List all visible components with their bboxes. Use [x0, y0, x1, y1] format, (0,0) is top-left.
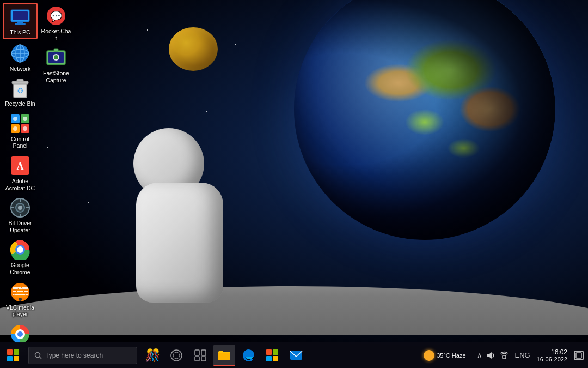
- svg-point-49: [35, 352, 40, 357]
- desktop-icon-bit-driver[interactable]: Bit Driver Updater: [3, 195, 38, 236]
- svg-rect-66: [576, 353, 581, 358]
- svg-point-52: [173, 352, 180, 359]
- start-button[interactable]: [0, 342, 26, 369]
- search-icon: [34, 352, 42, 359]
- svg-rect-65: [503, 355, 506, 359]
- task-view-icon: [194, 349, 206, 361]
- svg-rect-55: [195, 357, 199, 361]
- speaker-icon[interactable]: [487, 351, 495, 360]
- taskbar-mail[interactable]: [285, 345, 307, 366]
- svg-text:💬: 💬: [50, 10, 63, 22]
- ms-store-icon: [265, 348, 279, 363]
- chrome-icon: [9, 239, 31, 261]
- bitdriver-icon: [9, 197, 31, 219]
- svg-rect-48: [54, 49, 58, 52]
- language-indicator[interactable]: ENG: [515, 351, 530, 359]
- svg-point-47: [54, 55, 58, 59]
- svg-line-50: [40, 357, 42, 359]
- svg-point-19: [13, 126, 17, 131]
- this-pc-label: This PC: [10, 29, 30, 36]
- taskbar-file-explorer[interactable]: [213, 345, 235, 366]
- desktop-icon-control-panel[interactable]: Control Panel: [3, 111, 38, 152]
- svg-point-18: [23, 117, 27, 121]
- svg-rect-60: [273, 349, 278, 355]
- acrobat-label: Adobe Acrobat DC: [5, 178, 35, 191]
- svg-rect-3: [15, 23, 26, 25]
- desktop-icon-faststone[interactable]: FastStone Capture: [39, 45, 74, 86]
- control-panel-icon: [9, 113, 31, 135]
- svg-point-51: [171, 350, 182, 361]
- desktop-icon-vlc[interactable]: VLC media player: [3, 279, 38, 320]
- svg-point-17: [13, 117, 17, 121]
- astronaut-visor: [169, 27, 218, 71]
- control-panel-label: Control Panel: [5, 136, 35, 149]
- taskbar: Type here to search 🎊: [0, 342, 588, 368]
- desktop: This PC Network: [0, 0, 588, 368]
- weather-sun-icon: [424, 350, 434, 361]
- system-tray: ∧: [473, 351, 513, 360]
- mail-icon: [289, 348, 303, 363]
- edge-icon: [241, 348, 255, 363]
- this-pc-icon: [9, 6, 31, 28]
- svg-point-39: [19, 298, 22, 301]
- bitdriver-label: Bit Driver Updater: [5, 220, 35, 233]
- network-label: Network: [10, 65, 31, 73]
- svg-rect-62: [273, 356, 278, 361]
- taskbar-search[interactable]: Type here to search: [28, 347, 137, 364]
- show-hidden-icons[interactable]: ∧: [477, 351, 482, 359]
- taskbar-edge[interactable]: [237, 345, 259, 366]
- svg-rect-54: [201, 350, 206, 355]
- taskbar-apps: 🎊: [142, 345, 307, 366]
- file-explorer-icon: [217, 348, 231, 362]
- svg-rect-61: [266, 356, 272, 361]
- svg-point-41: [17, 331, 23, 337]
- rocket-chat-icon: 💬: [45, 5, 67, 27]
- svg-rect-56: [201, 357, 206, 361]
- svg-point-32: [17, 246, 23, 253]
- taskbar-ms-store[interactable]: [261, 345, 283, 366]
- network-tray-icon[interactable]: [500, 351, 509, 360]
- desktop-icon-adobe-acrobat[interactable]: A Adobe Acrobat DC: [3, 153, 38, 194]
- desktop-icon-google-chrome[interactable]: Google Chrome: [3, 237, 38, 277]
- taskbar-date: 16-06-2022: [537, 356, 567, 363]
- windows-logo: [7, 349, 19, 361]
- taskbar-clock[interactable]: 16:02 16-06-2022: [532, 348, 572, 363]
- desktop-icon-this-pc[interactable]: This PC: [3, 3, 38, 39]
- svg-marker-64: [487, 352, 492, 359]
- weather-text: 35°C Haze: [437, 352, 465, 359]
- svg-point-20: [23, 126, 27, 131]
- faststone-label: FastStone Capture: [41, 70, 71, 83]
- svg-rect-59: [266, 349, 272, 355]
- recycle-bin-label: Recycle Bin: [5, 100, 35, 107]
- rocket-chat-label: Rocket.Chat: [41, 28, 71, 41]
- astronaut-suit: [136, 183, 223, 303]
- faststone-icon: [45, 47, 67, 69]
- cortana-icon: [170, 349, 182, 361]
- taskbar-task-view[interactable]: [189, 345, 211, 366]
- chrome-label: Google Chrome: [5, 262, 35, 275]
- vlc-label: VLC media player: [5, 304, 35, 318]
- desktop-icon-network[interactable]: Network: [3, 40, 38, 75]
- svg-text:A: A: [17, 161, 24, 172]
- svg-rect-53: [195, 350, 199, 355]
- svg-rect-11: [17, 79, 23, 82]
- notification-center[interactable]: [574, 351, 584, 360]
- svg-rect-1: [13, 11, 28, 20]
- astronaut: [109, 106, 261, 313]
- taskbar-time: 16:02: [551, 348, 567, 356]
- desktop-icon-recycle-bin[interactable]: ♻ Recycle Bin: [3, 75, 38, 110]
- svg-rect-58: [218, 353, 230, 360]
- taskbar-party-icon[interactable]: 🎊: [142, 345, 163, 366]
- taskbar-cortana[interactable]: [166, 345, 187, 366]
- taskbar-weather[interactable]: 35°C Haze: [419, 350, 470, 361]
- network-icon: [9, 43, 31, 64]
- svg-text:♻: ♻: [17, 86, 24, 95]
- search-placeholder: Type here to search: [45, 352, 103, 359]
- taskbar-right: 35°C Haze ∧ ENG: [419, 348, 588, 363]
- svg-rect-35: [13, 291, 28, 292]
- acrobat-icon: A: [9, 155, 31, 177]
- recycle-bin-icon: ♻: [9, 77, 31, 99]
- svg-point-25: [18, 206, 22, 210]
- desktop-icon-rocket-chat[interactable]: 💬 Rocket.Chat: [39, 3, 74, 44]
- notification-icon: [575, 352, 582, 359]
